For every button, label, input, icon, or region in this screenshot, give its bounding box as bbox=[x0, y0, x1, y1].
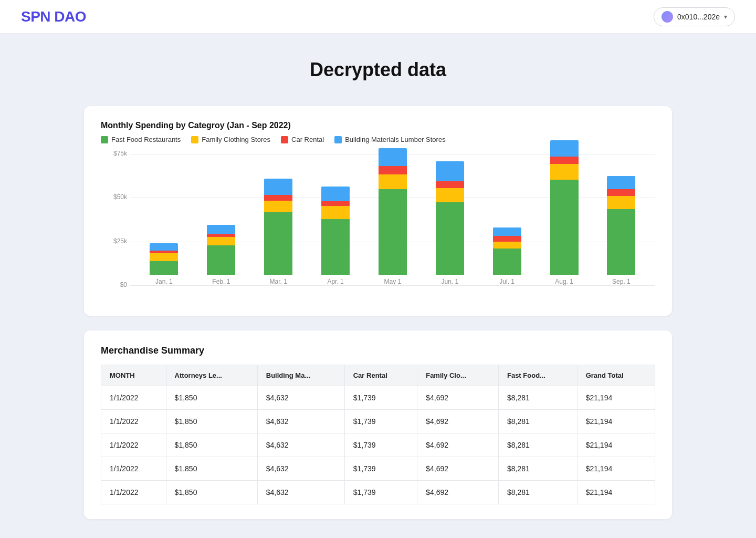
bar-stack bbox=[607, 176, 635, 275]
table-cell: $4,632 bbox=[257, 410, 344, 433]
table-cell: $4,632 bbox=[257, 433, 344, 457]
bar-group: Jul. 1 bbox=[489, 227, 526, 285]
bar-segment-fast_food bbox=[550, 180, 579, 275]
bar-segment-fast_food bbox=[493, 249, 521, 275]
bar-segment-family_clothing bbox=[550, 164, 579, 180]
bar-segment-fast_food bbox=[607, 209, 635, 275]
bar-stack bbox=[436, 161, 464, 275]
bar-stack bbox=[207, 225, 235, 275]
bar-stack bbox=[264, 179, 292, 275]
table-column-header: Car Rental bbox=[344, 365, 417, 386]
bar-segment-car_rental bbox=[379, 166, 407, 174]
bar-group: Jun. 1 bbox=[432, 161, 468, 285]
legend-color-swatch bbox=[281, 136, 288, 143]
merchandise-table: MONTHAttorneys Le...Building Ma...Car Re… bbox=[101, 365, 655, 504]
table-row: 1/1/2022$1,850$4,632$1,739$4,692$8,281$2… bbox=[101, 433, 655, 457]
bar-x-label: Feb. 1 bbox=[212, 278, 230, 285]
bar-group: Apr. 1 bbox=[317, 187, 354, 285]
table-cell: $4,692 bbox=[417, 457, 499, 481]
bar-group: Feb. 1 bbox=[203, 225, 239, 285]
table-cell: $1,739 bbox=[344, 481, 417, 504]
table-row: 1/1/2022$1,850$4,632$1,739$4,692$8,281$2… bbox=[101, 386, 655, 410]
legend-label: Building Materials Lumber Stores bbox=[345, 136, 445, 143]
table-cell: $4,632 bbox=[257, 481, 344, 504]
bar-group: Sep. 1 bbox=[603, 176, 639, 285]
table-column-header: Family Clo... bbox=[417, 365, 499, 386]
table-cell: $21,194 bbox=[577, 410, 655, 433]
bar-stack bbox=[321, 187, 350, 275]
legend-item: Building Materials Lumber Stores bbox=[334, 136, 445, 143]
bar-segment-family_clothing bbox=[436, 188, 464, 202]
table-cell: $8,281 bbox=[498, 386, 577, 410]
table-cell: $4,632 bbox=[257, 386, 344, 410]
table-cell: $1,850 bbox=[166, 433, 257, 457]
y-axis-label: $50k bbox=[102, 193, 127, 201]
legend-label: Family Clothing Stores bbox=[202, 136, 270, 143]
bar-segment-building_materials bbox=[321, 187, 350, 201]
bar-segment-building_materials bbox=[207, 225, 235, 234]
table-cell: $1,739 bbox=[344, 457, 417, 481]
bar-x-label: Jan. 1 bbox=[155, 278, 173, 285]
bar-segment-fast_food bbox=[264, 212, 292, 275]
bar-segment-family_clothing bbox=[150, 253, 178, 261]
bar-segment-fast_food bbox=[321, 219, 350, 275]
bar-segment-car_rental bbox=[321, 201, 350, 206]
legend-item: Fast Food Restaurants bbox=[101, 136, 181, 143]
wallet-avatar bbox=[662, 11, 673, 23]
bar-segment-building_materials bbox=[493, 227, 521, 236]
bar-segment-family_clothing bbox=[607, 196, 635, 209]
table-row: 1/1/2022$1,850$4,632$1,739$4,692$8,281$2… bbox=[101, 457, 655, 481]
chevron-down-icon: ▾ bbox=[724, 13, 727, 20]
table-column-header: Fast Food... bbox=[498, 365, 577, 386]
bar-x-label: Mar. 1 bbox=[270, 278, 287, 285]
table-cell: $1,739 bbox=[344, 433, 417, 457]
table-cell: $1,739 bbox=[344, 410, 417, 433]
table-cell: $8,281 bbox=[498, 433, 577, 457]
chart-title: Monthly Spending by Categroy (Jan - Sep … bbox=[101, 121, 655, 130]
table-cell: $1,850 bbox=[166, 481, 257, 504]
table-cell: $4,692 bbox=[417, 386, 499, 410]
y-axis-label: $0 bbox=[102, 281, 127, 288]
table-cell: $21,194 bbox=[577, 386, 655, 410]
bar-segment-building_materials bbox=[607, 176, 635, 189]
bar-group: Jan. 1 bbox=[145, 243, 182, 285]
legend-label: Fast Food Restaurants bbox=[111, 136, 181, 143]
bar-segment-building_materials bbox=[436, 161, 464, 181]
table-cell: $1,850 bbox=[166, 457, 257, 481]
y-axis-label: $25k bbox=[102, 237, 127, 245]
table-cell: 1/1/2022 bbox=[101, 410, 166, 433]
bar-segment-family_clothing bbox=[379, 174, 407, 189]
bar-stack bbox=[493, 227, 521, 275]
bar-segment-family_clothing bbox=[264, 201, 292, 212]
page-title: Decrypted data bbox=[84, 59, 672, 81]
bar-x-label: May 1 bbox=[384, 278, 402, 285]
table-cell: $8,281 bbox=[498, 481, 577, 504]
table-cell: $4,692 bbox=[417, 433, 499, 457]
bar-stack bbox=[150, 243, 178, 275]
wallet-address: 0x010...202e bbox=[677, 13, 720, 21]
table-cell: $8,281 bbox=[498, 457, 577, 481]
bar-segment-building_materials bbox=[150, 243, 178, 251]
bar-segment-fast_food bbox=[150, 261, 178, 275]
table-column-header: Building Ma... bbox=[257, 365, 344, 386]
bar-segment-car_rental bbox=[264, 195, 292, 201]
bar-segment-building_materials bbox=[264, 179, 292, 195]
table-cell: $4,692 bbox=[417, 481, 499, 504]
table-cell: $4,632 bbox=[257, 457, 344, 481]
legend-color-swatch bbox=[101, 136, 108, 143]
bar-x-label: Jun. 1 bbox=[441, 278, 458, 285]
table-title: Merchandise Summary bbox=[101, 345, 655, 356]
wallet-button[interactable]: 0x010...202e ▾ bbox=[654, 7, 735, 26]
main-content: Decrypted data Monthly Spending by Categ… bbox=[63, 34, 693, 538]
bar-segment-car_rental bbox=[550, 157, 579, 164]
logo: SPN DAO bbox=[21, 8, 86, 25]
table-column-header: Grand Total bbox=[577, 365, 655, 386]
bar-segment-car_rental bbox=[607, 189, 635, 196]
table-card: Merchandise Summary MONTHAttorneys Le...… bbox=[84, 330, 672, 519]
chart-area: $75k$50k$25k$0 Jan. 1Feb. 1Mar. 1Apr. 1M… bbox=[130, 154, 655, 301]
table-cell: 1/1/2022 bbox=[101, 481, 166, 504]
bar-segment-building_materials bbox=[550, 140, 579, 157]
table-row: 1/1/2022$1,850$4,632$1,739$4,692$8,281$2… bbox=[101, 410, 655, 433]
table-cell: 1/1/2022 bbox=[101, 433, 166, 457]
header: SPN DAO 0x010...202e ▾ bbox=[0, 0, 756, 34]
